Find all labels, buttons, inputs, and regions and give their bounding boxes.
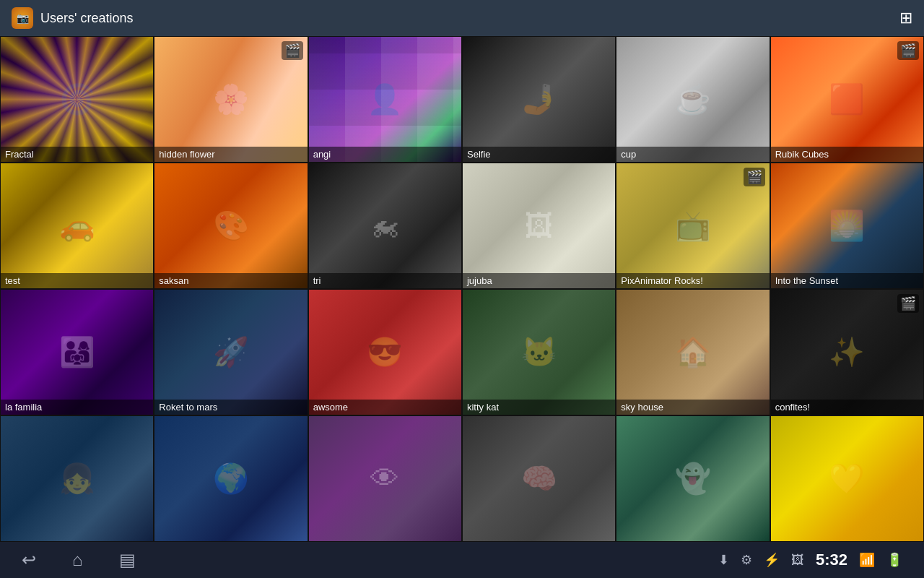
gallery-item-awsome[interactable]: 😎awsome <box>308 289 462 415</box>
gallery-item-angi[interactable]: 👤angi <box>308 36 462 163</box>
video-badge-rubik: 🎬 <box>897 41 919 60</box>
gallery-item-row4-5[interactable]: 👻 <box>616 415 770 542</box>
thumbnail-row4-4: 🧠 <box>463 416 615 541</box>
video-badge-pixanimator: 🎬 <box>744 168 765 186</box>
grid-view-icon[interactable]: ⊞ <box>899 9 912 27</box>
thumbnail-row4-6: 💛 <box>771 416 923 541</box>
thumbnail-test: 🚗 <box>1 163 153 288</box>
thumbnail-roket: 🚀 <box>154 290 307 415</box>
gallery-item-saksan[interactable]: 🎨saksan <box>154 163 308 289</box>
gallery-item-fractal[interactable]: 🌀Fractal <box>0 36 154 163</box>
gallery-item-jujuba[interactable]: 🖼jujuba <box>462 163 616 289</box>
thumbnail-row4-1: 👧 <box>1 416 153 541</box>
gallery-label-saksan: saksan <box>154 273 307 288</box>
thumbnail-angi: 👤 <box>309 37 461 162</box>
gallery-label-jujuba: jujuba <box>463 273 615 288</box>
settings-icon: ⚙ <box>741 552 752 568</box>
gallery-grid: 🌀Fractal🌸🎬hidden flower👤angi🤳Selfie☕cup🟥… <box>0 36 924 542</box>
home-button[interactable]: ⌂ <box>72 550 83 570</box>
recents-button[interactable]: ▤ <box>119 550 136 570</box>
gallery-item-familia[interactable]: 👨‍👩‍👧la familia <box>0 289 154 415</box>
wifi-icon: 📶 <box>859 552 875 568</box>
gallery-label-angi: angi <box>309 147 461 162</box>
video-badge-hidden-flower: 🎬 <box>282 41 303 60</box>
thumbnail-awsome: 😎 <box>309 290 461 415</box>
thumbnail-skyhouse: 🏠 <box>616 290 769 415</box>
nav-right: ⬇ ⚙ ⚡ 🖼 5:32 📶 🔋 <box>718 551 902 569</box>
photos-icon: 🖼 <box>791 553 804 568</box>
gallery-label-skyhouse: sky house <box>616 400 769 415</box>
gallery-item-rubik[interactable]: 🟥🎬Rubik Cubes <box>770 36 924 163</box>
gallery-label-hidden-flower: hidden flower <box>154 147 307 162</box>
thumbnail-sunset: 🌅 <box>771 163 923 288</box>
gallery-label-confites: confites! <box>771 400 923 415</box>
gallery-item-test[interactable]: 🚗test <box>0 163 154 289</box>
gallery-item-confites[interactable]: ✨🎬confites! <box>770 289 924 415</box>
thumbnail-row4-5: 👻 <box>616 416 769 541</box>
gallery-label-kittykat: kitty kat <box>463 400 615 415</box>
back-button[interactable]: ↩ <box>22 550 36 570</box>
gallery-item-row4-6[interactable]: 💛 <box>770 415 924 542</box>
clock: 5:32 <box>816 551 847 569</box>
gallery-item-kittykat[interactable]: 🐱kitty kat <box>462 289 616 415</box>
nav-left: ↩ ⌂ ▤ <box>22 550 136 570</box>
gallery-item-selfie[interactable]: 🤳Selfie <box>462 36 616 163</box>
gallery-label-familia: la familia <box>1 400 153 415</box>
thumbnail-row4-2: 🌍 <box>154 416 307 541</box>
gallery-label-sunset: Into the Sunset <box>771 273 923 288</box>
battery-icon: 🔋 <box>886 552 902 568</box>
thumbnail-selfie: 🤳 <box>463 37 615 162</box>
gallery-item-skyhouse[interactable]: 🏠sky house <box>616 289 770 415</box>
thumbnail-kittykat: 🐱 <box>463 290 615 415</box>
thumbnail-jujuba: 🖼 <box>463 163 615 288</box>
thumbnail-tri: 🏍 <box>309 163 461 288</box>
gallery-item-row4-4[interactable]: 🧠 <box>462 415 616 542</box>
gallery-item-sunset[interactable]: 🌅Into the Sunset <box>770 163 924 289</box>
topbar-left: 📷 Users' creations <box>12 7 133 29</box>
app-icon: 📷 <box>12 7 33 29</box>
thumbnail-saksan: 🎨 <box>154 163 307 288</box>
video-badge-confites: 🎬 <box>897 294 919 313</box>
thumbnail-fractal: 🌀 <box>1 37 153 162</box>
gallery-item-row4-3[interactable]: 👁 <box>308 415 462 542</box>
gallery-label-rubik: Rubik Cubes <box>771 147 923 162</box>
gallery-label-roket: Roket to mars <box>154 400 307 415</box>
gallery-label-awsome: awsome <box>309 400 461 415</box>
top-bar: 📷 Users' creations ⊞ <box>0 0 924 36</box>
thumbnail-row4-3: 👁 <box>309 416 461 541</box>
gallery-label-cup: cup <box>616 147 769 162</box>
gallery-item-cup[interactable]: ☕cup <box>616 36 770 163</box>
gallery-item-row4-2[interactable]: 🌍 <box>154 415 308 542</box>
bottom-bar: ↩ ⌂ ▤ ⬇ ⚙ ⚡ 🖼 5:32 📶 🔋 <box>0 542 924 578</box>
thumbnail-familia: 👨‍👩‍👧 <box>1 290 153 415</box>
gallery-label-selfie: Selfie <box>463 147 615 162</box>
gallery-item-pixanimator[interactable]: 📺🎬PixAnimator Rocks! <box>616 163 770 289</box>
app-title: Users' creations <box>40 11 133 26</box>
gallery-label-fractal: Fractal <box>1 147 153 162</box>
download-icon: ⬇ <box>718 552 729 568</box>
gallery-item-row4-1[interactable]: 👧 <box>0 415 154 542</box>
gallery-label-test: test <box>1 273 153 288</box>
gallery-item-tri[interactable]: 🏍tri <box>308 163 462 289</box>
thumbnail-cup: ☕ <box>616 37 769 162</box>
gallery-label-pixanimator: PixAnimator Rocks! <box>616 273 769 288</box>
gallery-label-tri: tri <box>309 273 461 288</box>
gallery-item-roket[interactable]: 🚀Roket to mars <box>154 289 308 415</box>
usb-icon: ⚡ <box>764 552 780 568</box>
gallery-item-hidden-flower[interactable]: 🌸🎬hidden flower <box>154 36 308 163</box>
